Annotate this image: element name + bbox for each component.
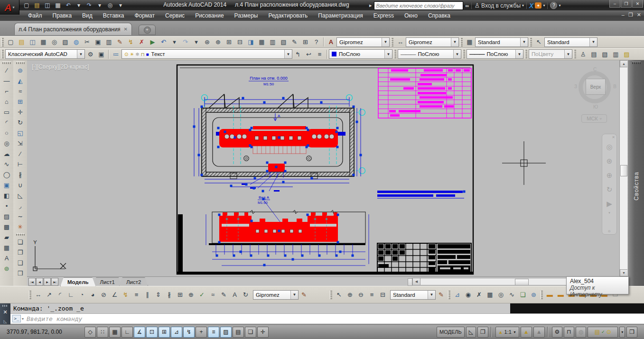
dim-diameter-icon[interactable]: ⊘ <box>98 290 109 300</box>
lock-ui-icon[interactable]: ⊓ <box>564 327 574 338</box>
layer-previous-icon[interactable]: ↩ <box>303 49 314 59</box>
stretch-tool[interactable]: ⇲ <box>15 138 26 148</box>
menu-item[interactable]: Файл <box>23 10 47 21</box>
dim-radius-icon[interactable]: ◔ <box>76 290 87 300</box>
properties-tab[interactable]: Свойства <box>633 172 640 201</box>
explode-tool[interactable]: ✳ <box>15 221 26 232</box>
tab-next-button[interactable]: ▶ <box>44 278 51 286</box>
tab-list1[interactable]: Лист1 <box>93 277 122 286</box>
fillet-tool[interactable]: ◞ <box>15 201 26 211</box>
wcs-menu[interactable]: МСК ▿ <box>581 114 607 123</box>
mleader-style-combo-2[interactable]: Standard▼ <box>390 290 436 300</box>
exchange-apps-icon[interactable]: X <box>529 2 533 9</box>
dim-edit-icon[interactable]: ✎ <box>218 290 229 300</box>
scroll-up-icon[interactable]: ▲ <box>620 60 628 67</box>
dim-update-icon[interactable]: ↻ <box>240 290 251 300</box>
dim-arclength-icon[interactable]: ◜ <box>55 290 65 300</box>
measure-radius-icon[interactable]: ▬ <box>555 290 566 300</box>
circle-tool[interactable]: ○ <box>1 128 12 138</box>
draworder-objects-icon[interactable]: ❏ <box>517 290 528 300</box>
layer-on-bulb-icon[interactable]: ⊙ <box>124 52 128 57</box>
mleader-style-combo[interactable]: Standard▼ <box>544 37 597 47</box>
align-objects-icon[interactable]: ⊿ <box>452 290 463 300</box>
layer-states-icon[interactable]: ≡ <box>314 49 325 59</box>
dim-quick-icon[interactable]: ↯ <box>120 290 131 300</box>
mleader-add-icon[interactable]: ⊕ <box>345 290 355 300</box>
signin-link[interactable]: Вход в службы <box>481 2 521 9</box>
steering-wheel-icon[interactable]: ◎ <box>606 140 612 154</box>
vertical-scrollbar[interactable]: ▲ ▼ <box>619 60 628 276</box>
model-space-button[interactable]: МОДЕЛЬ <box>437 327 465 338</box>
move-tool[interactable]: ✛ <box>15 107 26 117</box>
vertical-scroll-thumb[interactable] <box>620 165 627 176</box>
send-to-back-tool[interactable]: ❐ <box>15 247 26 257</box>
break-tool[interactable]: ∦ <box>15 169 26 180</box>
mleader-style-icon[interactable]: ↖ <box>533 37 544 47</box>
copy-tool[interactable]: ⊚ <box>15 65 26 75</box>
extend-tool[interactable]: ⊢ <box>15 159 26 169</box>
layer-sun-icon[interactable]: ☀ <box>130 52 134 57</box>
document-tab[interactable]: л.4 План расположения оборудования* ✕ <box>14 23 132 35</box>
tab-prev-button[interactable]: ◀ <box>36 278 43 286</box>
dwg-options-icon[interactable]: ▨ <box>621 49 632 59</box>
workspace-save-icon[interactable]: ▣ <box>96 49 107 59</box>
find-icon[interactable]: ◎ <box>495 290 506 300</box>
scroll-left-icon[interactable]: ◀ <box>412 278 420 285</box>
pan-hand-icon[interactable]: ⊛ <box>607 154 613 168</box>
command-input[interactable] <box>26 314 644 323</box>
zoom-previous-icon[interactable]: ⊟ <box>234 37 245 47</box>
search-binoculars-icon[interactable]: ∞ <box>466 3 469 9</box>
layer-color-sw[interactable]: ■ <box>146 52 149 57</box>
drawing-canvas[interactable]: План на отм. 0.000 М1:50 1 <box>27 60 619 276</box>
join-tool[interactable]: ∪ <box>15 180 26 190</box>
menu-item[interactable]: Express <box>368 10 399 21</box>
signin-arrow-icon[interactable]: ▾ <box>522 3 524 8</box>
command-customize-icon[interactable]: ◺ <box>4 319 7 324</box>
select-objects-icon[interactable]: ▶ <box>147 37 158 47</box>
tab-last-button[interactable]: ▶| <box>51 278 58 286</box>
line-tool[interactable]: ∕ <box>1 65 12 75</box>
performance-button[interactable]: ▤ ✓ ⊙ <box>588 327 618 338</box>
designcenter-icon[interactable]: ▦ <box>256 37 267 47</box>
sheetset-manager-icon[interactable]: ▧ <box>278 37 289 47</box>
infocenter-search-input[interactable] <box>374 1 463 10</box>
showmotion-icon[interactable]: ▶ <box>607 197 612 211</box>
dim-tolerance-icon[interactable]: ⊞ <box>175 290 186 300</box>
otrack-toggle[interactable]: ⊿ <box>171 327 182 338</box>
dim-center-mark-icon[interactable]: ⊕ <box>186 290 196 300</box>
gradient-tool[interactable]: ▩ <box>1 221 12 232</box>
command-history[interactable]: Команда: '_.zoom _e <box>10 303 510 313</box>
purge-icon[interactable]: ✗ <box>474 290 485 300</box>
menu-item[interactable]: Параметризация <box>313 10 368 21</box>
zoom-realtime-icon[interactable]: ⊕ <box>213 37 224 47</box>
qat-undo-icon[interactable]: ↶ <box>64 1 73 9</box>
export-dwf-icon[interactable]: ◍ <box>71 37 82 47</box>
revcloud-tool[interactable]: ☁ <box>1 148 12 159</box>
block-count-icon[interactable]: ▦ <box>485 290 495 300</box>
quick-select-icon[interactable]: ◉ <box>463 290 474 300</box>
doc-close-button[interactable]: ✕ <box>637 12 641 18</box>
scale-tool[interactable]: ◱ <box>15 128 26 138</box>
orbit-icon[interactable]: ↻ <box>607 183 613 197</box>
polygon-tool[interactable]: ⌂ <box>1 96 12 107</box>
ellipse-tool[interactable]: ◯ <box>1 169 12 180</box>
bring-above-tool[interactable]: ❑ <box>15 257 26 268</box>
table-tool[interactable]: ▦ <box>1 242 12 253</box>
window-close-button[interactable]: ✕ <box>632 0 643 8</box>
mleader-remove-icon[interactable]: ⊖ <box>355 290 366 300</box>
qat-redo-icon[interactable]: ↷ <box>84 1 94 9</box>
dwg-convert-icon[interactable]: ▤ <box>588 49 599 59</box>
mleader-align-icon[interactable]: ≡ <box>366 290 377 300</box>
match-properties-icon[interactable]: ✎ <box>114 37 125 47</box>
dim-aligned-icon[interactable]: ↗ <box>44 290 55 300</box>
dim-style-combo-2[interactable]: Gipromez▼ <box>253 290 299 300</box>
combo-arrow-icon[interactable]: ▼ <box>382 38 389 46</box>
cut-icon[interactable]: ✂ <box>82 37 93 47</box>
open-icon[interactable]: ▤ <box>16 37 27 47</box>
viewport-controls[interactable]: [-][Сверху][2D-каркас] <box>32 64 89 70</box>
infer-constraints-toggle[interactable]: ◇ <box>84 327 96 338</box>
annotation-scale-button[interactable]: ▲ 1:1 ▼ <box>495 327 519 338</box>
mtext-tool[interactable]: A <box>1 253 12 263</box>
navbar-collapse-icon[interactable]: ⊖ <box>608 229 611 233</box>
array-tool[interactable]: ⊞ <box>15 96 26 107</box>
